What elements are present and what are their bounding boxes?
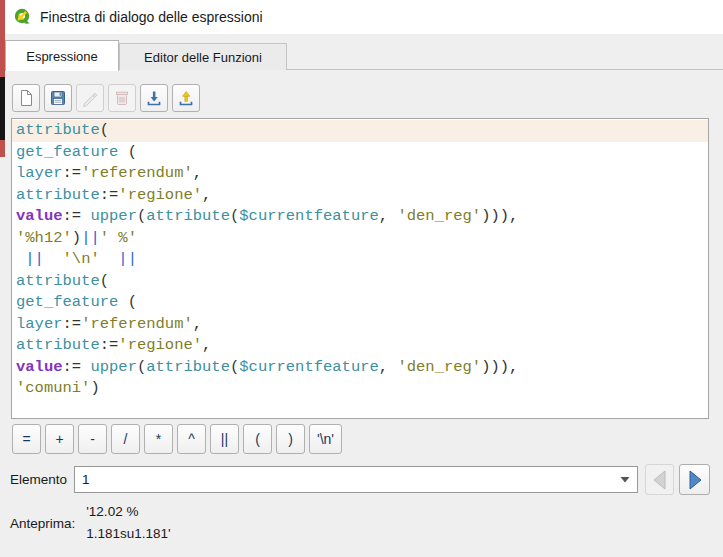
code-line-8[interactable]: attribute( bbox=[12, 271, 708, 293]
code-line-7[interactable]: || '\n' || bbox=[12, 249, 708, 271]
operator-button[interactable]: = bbox=[12, 424, 41, 454]
operator-button[interactable]: '\n' bbox=[309, 424, 342, 454]
export-arrow-icon bbox=[177, 89, 195, 107]
edit-expression-button bbox=[76, 84, 104, 112]
new-file-icon bbox=[17, 89, 35, 107]
element-combobox[interactable]: 1 bbox=[74, 466, 638, 493]
expression-editor[interactable]: attribute(get_feature (layer:='referendu… bbox=[11, 118, 709, 419]
code-line-4[interactable]: attribute:='regione', bbox=[12, 185, 708, 207]
export-expressions-button[interactable] bbox=[172, 84, 200, 112]
expression-toolbar bbox=[12, 84, 200, 112]
code-line-1[interactable]: attribute( bbox=[12, 120, 708, 142]
background-strip-black bbox=[0, 77, 5, 140]
operator-button[interactable]: ) bbox=[276, 424, 305, 454]
element-row: Elemento 1 bbox=[0, 464, 723, 495]
code-line-3[interactable]: layer:='referendum', bbox=[12, 163, 708, 185]
element-label: Elemento bbox=[10, 464, 67, 495]
element-combobox-value: 1 bbox=[75, 472, 613, 487]
import-expressions-button[interactable] bbox=[140, 84, 168, 112]
save-icon bbox=[49, 89, 67, 107]
qgis-logo-icon bbox=[12, 7, 32, 27]
chevron-left-icon bbox=[649, 468, 671, 492]
preview-value-line1: '12.02 % bbox=[86, 501, 170, 523]
window-title: Finestra di dialogo delle espressioni bbox=[40, 9, 263, 25]
trash-icon bbox=[113, 89, 131, 107]
code-line-6[interactable]: '%h12')||' %' bbox=[12, 228, 708, 250]
background-window-strip bbox=[0, 0, 5, 157]
next-feature-button[interactable] bbox=[679, 464, 710, 495]
new-expression-button[interactable] bbox=[12, 84, 40, 112]
operator-button[interactable]: + bbox=[45, 424, 74, 454]
tab-espressione[interactable]: Espressione bbox=[5, 40, 119, 71]
background-strip-red-bottom bbox=[0, 140, 5, 157]
title-bar: Finestra di dialogo delle espressioni bbox=[0, 0, 723, 34]
import-arrow-icon bbox=[145, 89, 163, 107]
operator-button[interactable]: / bbox=[111, 424, 140, 454]
preview-label: Anteprima: bbox=[10, 516, 75, 531]
save-expression-button[interactable] bbox=[44, 84, 72, 112]
operator-buttons: =+-/*^||()'\n' bbox=[12, 424, 342, 454]
delete-expression-button bbox=[108, 84, 136, 112]
tab-editor-funzioni-label: Editor delle Funzioni bbox=[144, 50, 262, 65]
preview-value-line2: 1.181su1.181' bbox=[86, 523, 170, 545]
code-line-2[interactable]: get_feature ( bbox=[12, 142, 708, 164]
code-line-11[interactable]: attribute:='regione', bbox=[12, 335, 708, 357]
background-strip-red-top bbox=[0, 0, 5, 77]
expression-dialog-window: Finestra di dialogo delle espressioni Es… bbox=[0, 0, 723, 557]
code-line-5[interactable]: value:= upper(attribute($currentfeature,… bbox=[12, 206, 708, 228]
operator-button[interactable]: ^ bbox=[177, 424, 206, 454]
code-line-9[interactable]: get_feature ( bbox=[12, 292, 708, 314]
code-line-13[interactable]: 'comuni') bbox=[12, 378, 708, 400]
operator-button[interactable]: || bbox=[210, 424, 239, 454]
previous-feature-button bbox=[645, 464, 674, 495]
preview-row: Anteprima: '12.02 % 1.181su1.181' bbox=[0, 501, 723, 545]
code-line-12[interactable]: value:= upper(attribute($currentfeature,… bbox=[12, 357, 708, 379]
code-line-10[interactable]: layer:='referendum', bbox=[12, 314, 708, 336]
chevron-down-icon[interactable] bbox=[613, 476, 637, 483]
chevron-right-icon bbox=[684, 468, 706, 492]
operator-button[interactable]: ( bbox=[243, 424, 272, 454]
preview-value: '12.02 % 1.181su1.181' bbox=[86, 501, 170, 545]
tab-editor-funzioni[interactable]: Editor delle Funzioni bbox=[119, 43, 287, 70]
operator-button[interactable]: - bbox=[78, 424, 107, 454]
tab-bar: Espressione Editor delle Funzioni bbox=[0, 34, 723, 70]
pencil-icon bbox=[81, 89, 99, 107]
tab-espressione-label: Espressione bbox=[26, 49, 98, 64]
operator-button[interactable]: * bbox=[144, 424, 173, 454]
